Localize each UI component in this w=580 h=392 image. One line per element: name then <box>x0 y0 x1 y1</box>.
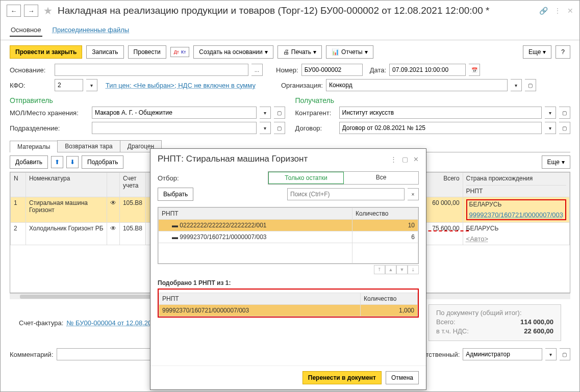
contr-label: Контрагент: <box>295 109 336 117</box>
dialog-title: РНПТ: Стиральная машина Горизонт <box>158 154 385 164</box>
basis-input[interactable] <box>55 64 248 76</box>
rnpt-link[interactable]: 99992370/160721/0000007/003 <box>469 211 563 219</box>
tab-main[interactable]: Основное <box>10 24 42 37</box>
dogovor-dropdown-icon[interactable]: ▾ <box>545 122 556 134</box>
country-text: БЕЛАРУСЬ <box>466 225 566 232</box>
save-button[interactable]: Записать <box>86 45 123 59</box>
select-button[interactable]: Выбрать <box>158 188 193 201</box>
dept-open-icon[interactable]: ▢ <box>274 122 285 134</box>
cancel-button[interactable]: Отмена <box>386 371 419 384</box>
toggle-remains[interactable]: Только остатки <box>268 172 344 184</box>
grid-more-button[interactable]: Еще ▾ <box>542 155 570 169</box>
total-label: Всего: <box>436 318 456 326</box>
col-n: N <box>11 173 26 197</box>
more-button[interactable]: Еще ▾ <box>523 45 551 59</box>
date-label: Дата: <box>370 66 386 74</box>
totals-box: По документу (общий итог): Всего:114 000… <box>428 304 561 341</box>
dlg-kebab-icon[interactable]: ⋮ <box>390 155 397 163</box>
dlg-row[interactable]: ▬ 02222222/222222/2222222/00110 <box>159 220 418 231</box>
invoice-label: Счет-фактура: <box>19 319 63 327</box>
dlg-row[interactable]: ▬ 99992370/160721/0000007/0036 <box>159 231 418 243</box>
post-button[interactable]: Провести <box>128 45 166 59</box>
picked-qty: 1,000 <box>361 305 418 317</box>
col-eye <box>107 173 119 197</box>
star-icon[interactable]: ★ <box>43 5 53 17</box>
number-input[interactable] <box>301 64 363 76</box>
move-up-icon[interactable]: ⬆ <box>51 156 63 168</box>
col-country: Страна происхождения РНПТ <box>463 173 569 197</box>
mol-label: МОЛ/Место хранения: <box>10 109 89 117</box>
tab-files[interactable]: Присоединенные файлы <box>52 24 131 37</box>
country-text: БЕЛАРУСЬ <box>469 201 563 208</box>
invoice-link[interactable]: № БУ00-000004 от 12.08.2021 <box>66 319 159 327</box>
back-button[interactable]: ← <box>7 5 21 17</box>
comment-label: Комментарий: <box>10 351 54 358</box>
dlg-qty: 6 <box>352 231 418 243</box>
basis-lookup-icon[interactable]: … <box>251 64 263 76</box>
picked-rnpt: 99992370/160721/0000007/003 <box>159 305 361 317</box>
dept-label: Подразделение: <box>10 124 89 132</box>
dlg-col-rnpt: РНПТ <box>159 208 352 220</box>
contr-open-icon[interactable]: ▢ <box>559 107 570 119</box>
cell-nom: Холодильник Горизонт РБ <box>26 223 107 245</box>
help-button[interactable]: ? <box>556 45 570 59</box>
link-icon[interactable]: 🔗 <box>539 7 548 15</box>
org-dropdown-icon[interactable]: ▾ <box>511 79 522 91</box>
mol-input[interactable] <box>92 107 257 119</box>
forward-button[interactable]: → <box>24 5 38 17</box>
kfo-label: КФО: <box>10 82 52 89</box>
org-open-icon[interactable]: ▢ <box>525 79 536 91</box>
grid-tab-tare[interactable]: Возвратная тара <box>57 140 120 152</box>
dogovor-input[interactable] <box>339 122 542 134</box>
resp-open-icon[interactable]: ▢ <box>560 348 570 360</box>
vat-value: 22 600,00 <box>524 327 553 335</box>
toggle-all[interactable]: Все <box>344 172 418 184</box>
date-input[interactable] <box>389 64 466 76</box>
basis-label: Основание: <box>10 66 52 74</box>
dept-input[interactable] <box>92 122 257 134</box>
transfer-button[interactable]: Перенести в документ <box>302 371 382 384</box>
resp-input[interactable] <box>463 348 542 360</box>
dlg-max-icon[interactable]: ▢ <box>402 155 408 163</box>
post-close-button[interactable]: Провести и закрыть <box>10 45 82 59</box>
dlg-picked-row[interactable]: 99992370/160721/0000007/0031,000 <box>159 305 418 317</box>
grid-tab-materials[interactable]: Материалы <box>10 141 58 152</box>
org-label: Организация: <box>281 82 323 89</box>
contr-input[interactable] <box>339 107 542 119</box>
dogovor-open-icon[interactable]: ▢ <box>559 122 570 134</box>
vat-label: в т.ч. НДС: <box>436 327 469 335</box>
picked-label: Подобрано 1 РНПТ из 1: <box>158 279 419 286</box>
cell-acct: 105.В8 <box>119 223 145 245</box>
print-button[interactable]: 🖨 Печать ▾ <box>278 45 322 59</box>
calendar-icon[interactable]: 📅 <box>469 64 480 76</box>
org-input[interactable] <box>326 79 508 91</box>
mol-dropdown-icon[interactable]: ▾ <box>260 107 271 119</box>
resp-dropdown-icon[interactable]: ▾ <box>545 348 556 360</box>
dlg-close-icon[interactable]: ✕ <box>413 155 419 163</box>
kfo-dropdown-icon[interactable]: ▾ <box>86 79 97 91</box>
price-type-link[interactable]: Тип цен: <Не выбран>; НДС не включен в с… <box>106 82 256 89</box>
add-button[interactable]: Добавить <box>10 155 48 169</box>
receiver-title: Получатель <box>295 96 571 104</box>
kebab-icon[interactable]: ⋮ <box>554 7 561 15</box>
dlg-qty: 10 <box>352 220 418 231</box>
kfo-input[interactable] <box>55 79 83 91</box>
dogovor-label: Договор: <box>295 124 336 132</box>
sender-title: Отправитель <box>10 96 285 104</box>
search-input[interactable] <box>287 188 405 200</box>
move-down-icon[interactable]: ⬇ <box>66 156 79 168</box>
contr-dropdown-icon[interactable]: ▾ <box>545 107 556 119</box>
search-clear-icon[interactable]: × <box>408 188 419 200</box>
mol-open-icon[interactable]: ▢ <box>274 107 285 119</box>
reports-button[interactable]: 📊 Отчеты ▾ <box>326 45 373 59</box>
filter-label: Отбор: <box>158 174 265 182</box>
rnpt-auto[interactable]: <Авто> <box>466 235 489 243</box>
dept-dropdown-icon[interactable]: ▾ <box>260 122 271 134</box>
grid-nav-icons[interactable]: ⤒▲▼⤓ <box>158 265 419 274</box>
dtkt-icon[interactable]: ДтКт <box>170 47 190 57</box>
col-acct: Счет учета <box>119 173 145 197</box>
pick-button[interactable]: Подобрать <box>82 155 123 169</box>
close-icon[interactable]: ✕ <box>567 7 573 15</box>
eye-icon: 👁 <box>107 197 119 223</box>
create-based-button[interactable]: Создать на основании ▾ <box>193 45 273 59</box>
